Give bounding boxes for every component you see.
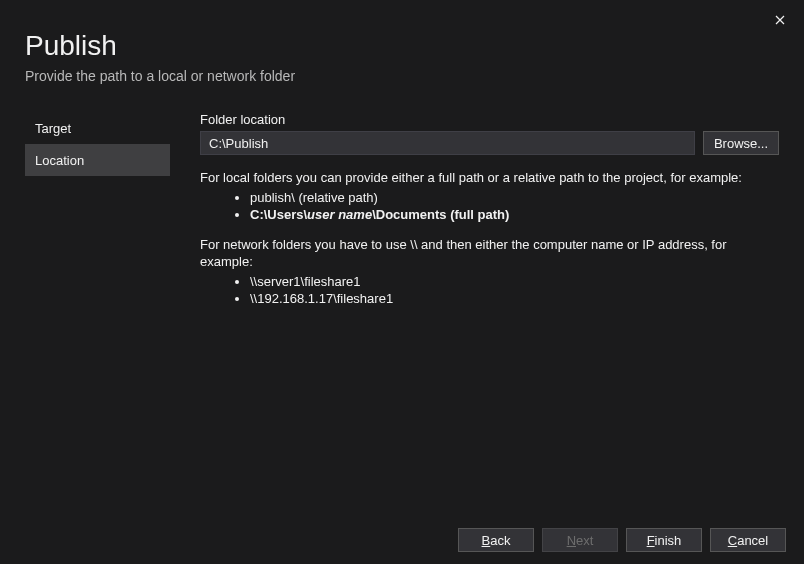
sidebar-item-label: Location: [35, 153, 84, 168]
help-text: For local folders you can provide either…: [200, 169, 779, 308]
sidebar-item-location[interactable]: Location: [25, 144, 170, 176]
close-button[interactable]: [768, 8, 792, 32]
browse-button[interactable]: Browse...: [703, 131, 779, 155]
folder-location-label: Folder location: [200, 112, 779, 127]
help-network-intro: For network folders you have to use \\ a…: [200, 236, 779, 271]
dialog-footer: Back Next Finish Cancel: [0, 516, 804, 564]
help-network-example-name: \\server1\fileshare1: [250, 273, 779, 291]
dialog-header: Publish Provide the path to a local or n…: [0, 0, 804, 94]
dialog-subtitle: Provide the path to a local or network f…: [25, 68, 779, 84]
next-button: Next: [542, 528, 618, 552]
close-icon: [775, 12, 785, 28]
help-local-intro: For local folders you can provide either…: [200, 169, 779, 187]
sidebar-item-label: Target: [35, 121, 71, 136]
main-panel: Folder location Browse... For local fold…: [170, 112, 779, 320]
cancel-button[interactable]: Cancel: [710, 528, 786, 552]
help-network-example-ip: \\192.168.1.17\fileshare1: [250, 290, 779, 308]
sidebar-item-target[interactable]: Target: [25, 112, 170, 144]
wizard-steps-sidebar: Target Location: [25, 112, 170, 320]
finish-button[interactable]: Finish: [626, 528, 702, 552]
back-button[interactable]: Back: [458, 528, 534, 552]
help-local-example-full: C:\Users\user name\Documents (full path): [250, 206, 779, 224]
dialog-title: Publish: [25, 30, 779, 62]
help-local-example-relative: publish\ (relative path): [250, 189, 779, 207]
folder-location-input[interactable]: [200, 131, 695, 155]
